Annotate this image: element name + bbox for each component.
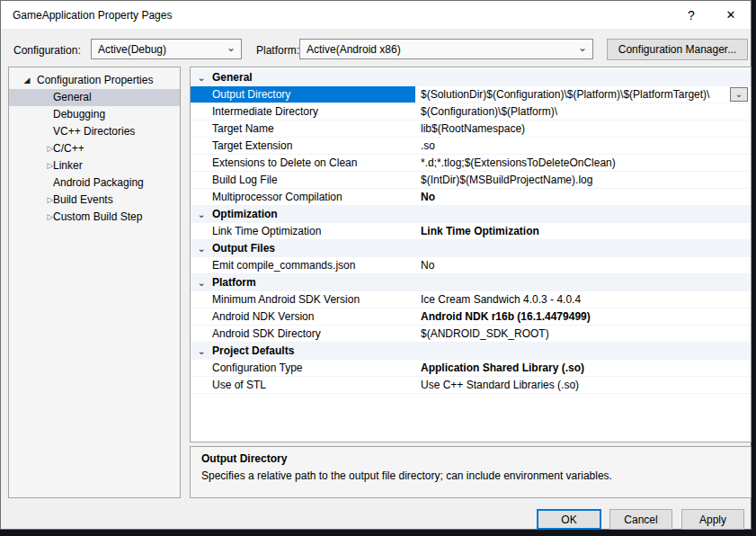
- expander-expanded-icon[interactable]: ◢: [22, 72, 32, 89]
- section-row-platform[interactable]: ⌄Platform: [191, 274, 751, 291]
- property-row-use-of-stl[interactable]: Use of STLUse C++ Standard Libraries (.s…: [191, 377, 751, 394]
- section-row-project-defaults[interactable]: ⌄Project Defaults: [191, 343, 751, 360]
- property-value[interactable]: Application Shared Library (.so): [415, 360, 751, 376]
- expander-collapsed-icon[interactable]: ▷: [45, 209, 56, 226]
- tree-item-label: Custom Build Step: [9, 209, 142, 226]
- close-button[interactable]: ✕: [711, 1, 751, 29]
- property-name[interactable]: Minimum Android SDK Version: [191, 291, 415, 308]
- property-value[interactable]: No: [415, 189, 751, 205]
- property-row-extensions-to-delete-on-clean[interactable]: Extensions to Delete on Clean*.d;*.tlog;…: [191, 155, 751, 172]
- tree-item-custom-build-step[interactable]: ▷Custom Build Step: [9, 209, 180, 226]
- property-row-configuration-type[interactable]: Configuration TypeApplication Shared Lib…: [191, 360, 751, 377]
- property-row-multiprocessor-compilation[interactable]: Multiprocessor CompilationNo: [191, 189, 751, 206]
- property-grid: ⌄GeneralOutput Directory$(SolutionDir)$(…: [190, 67, 752, 442]
- property-value[interactable]: $(SolutionDir)$(Configuration)\$(Platfor…: [415, 86, 751, 103]
- title-bar[interactable]: GameApplication Property Pages ? ✕: [1, 1, 751, 29]
- property-row-build-log-file[interactable]: Build Log File$(IntDir)$(MSBuildProjectN…: [191, 172, 751, 189]
- property-name[interactable]: Emit compile_commands.json: [191, 257, 415, 273]
- property-name[interactable]: Configuration Type: [191, 360, 415, 376]
- property-value[interactable]: *.d;*.tlog;$(ExtensionsToDeleteOnClean): [415, 155, 751, 171]
- configuration-select[interactable]: Active(Debug) ⌄: [91, 39, 242, 59]
- property-value[interactable]: Use C++ Standard Libraries (.so): [415, 377, 751, 393]
- tree-item-debugging[interactable]: Debugging: [9, 106, 180, 123]
- property-row-android-ndk-version[interactable]: Android NDK VersionAndroid NDK r16b (16.…: [191, 308, 751, 326]
- property-pages-dialog: GameApplication Property Pages ? ✕ Confi…: [0, 0, 752, 530]
- property-name[interactable]: Intermediate Directory: [191, 103, 415, 120]
- chevron-down-icon[interactable]: ⌄: [195, 240, 208, 256]
- property-name[interactable]: Output Directory: [191, 86, 415, 103]
- configuration-label: Configuration:: [13, 44, 81, 57]
- description-text: Specifies a relative path to the output …: [201, 469, 740, 482]
- tree-item-linker[interactable]: ▷Linker: [9, 157, 180, 174]
- property-value[interactable]: Android NDK r16b (16.1.4479499): [415, 308, 751, 325]
- property-name[interactable]: Android NDK Version: [191, 308, 415, 325]
- property-name[interactable]: Extensions to Delete on Clean: [191, 155, 415, 171]
- help-button[interactable]: ?: [672, 1, 711, 29]
- property-value[interactable]: $(ANDROID_SDK_ROOT): [415, 326, 751, 342]
- tree-item-label: Android Packaging: [9, 174, 144, 192]
- configuration-value: Active(Debug): [98, 43, 166, 56]
- chevron-down-icon[interactable]: ⌄: [195, 69, 208, 85]
- property-value[interactable]: Ice Cream Sandwich 4.0.3 - 4.0.4: [415, 291, 751, 308]
- expander-collapsed-icon[interactable]: ▷: [45, 192, 56, 209]
- property-name[interactable]: Build Log File: [191, 172, 415, 188]
- property-value[interactable]: No: [415, 257, 751, 273]
- property-row-minimum-android-sdk-version[interactable]: Minimum Android SDK VersionIce Cream San…: [191, 291, 751, 308]
- help-icon: ?: [688, 8, 695, 22]
- property-row-target-extension[interactable]: Target Extension.so: [191, 138, 751, 155]
- chevron-down-icon[interactable]: ⌄: [195, 274, 208, 290]
- property-name[interactable]: Android SDK Directory: [191, 326, 415, 342]
- property-value[interactable]: $(Configuration)\$(Platform)\: [415, 103, 751, 120]
- property-name[interactable]: Target Name: [191, 121, 415, 137]
- close-icon: ✕: [726, 8, 736, 22]
- chevron-down-icon: ⌄: [578, 41, 587, 54]
- platform-label: Platform:: [256, 44, 299, 57]
- tree-item-label: General: [9, 89, 92, 106]
- expander-collapsed-icon[interactable]: ▷: [45, 157, 56, 174]
- property-row-emit-compile-commands-json[interactable]: Emit compile_commands.jsonNo: [191, 257, 751, 274]
- property-row-android-sdk-directory[interactable]: Android SDK Directory$(ANDROID_SDK_ROOT): [191, 326, 751, 343]
- cancel-button[interactable]: Cancel: [609, 509, 672, 530]
- titlebar-buttons: ? ✕: [672, 1, 751, 29]
- description-panel: Output Directory Specifies a relative pa…: [190, 446, 752, 498]
- property-value[interactable]: lib$(RootNamespace): [415, 121, 751, 137]
- property-name[interactable]: Target Extension: [191, 138, 415, 154]
- property-row-output-directory[interactable]: Output Directory$(SolutionDir)$(Configur…: [191, 86, 751, 103]
- tree-item-label: VC++ Directories: [9, 123, 135, 140]
- chevron-down-icon: ⌄: [227, 41, 236, 54]
- tree-item-label: Debugging: [9, 106, 105, 123]
- expander-collapsed-icon[interactable]: ▷: [45, 140, 56, 157]
- property-row-intermediate-directory[interactable]: Intermediate Directory$(Configuration)\$…: [191, 103, 751, 121]
- description-title: Output Directory: [201, 452, 740, 465]
- section-row-output-files[interactable]: ⌄Output Files: [191, 240, 751, 257]
- platform-value: Active(Android x86): [307, 43, 401, 56]
- property-value[interactable]: $(IntDir)$(MSBuildProjectName).log: [415, 172, 751, 188]
- tree-item-label: Build Events: [9, 192, 113, 209]
- value-dropdown-button[interactable]: ⌄: [730, 87, 748, 102]
- property-value[interactable]: .so: [415, 138, 751, 154]
- tree-item-c-c[interactable]: ▷C/C++: [9, 140, 180, 157]
- tree-item-android-packaging[interactable]: Android Packaging: [9, 174, 180, 192]
- config-tree: ◢Configuration PropertiesGeneralDebuggin…: [8, 67, 181, 498]
- property-name[interactable]: Use of STL: [191, 377, 415, 393]
- property-row-target-name[interactable]: Target Namelib$(RootNamespace): [191, 121, 751, 138]
- property-name[interactable]: Link Time Optimization: [191, 223, 415, 239]
- chevron-down-icon[interactable]: ⌄: [195, 206, 208, 222]
- tree-item-vc-directories[interactable]: VC++ Directories: [9, 123, 180, 140]
- property-value[interactable]: Link Time Optimization: [415, 223, 751, 239]
- platform-select[interactable]: Active(Android x86) ⌄: [299, 39, 593, 59]
- section-row-optimization[interactable]: ⌄Optimization: [191, 206, 751, 223]
- property-row-link-time-optimization[interactable]: Link Time OptimizationLink Time Optimiza…: [191, 223, 751, 240]
- ok-button[interactable]: OK: [537, 509, 601, 530]
- tree-item-configuration-properties[interactable]: ◢Configuration Properties: [9, 72, 180, 89]
- window-title: GameApplication Property Pages: [13, 9, 172, 22]
- section-row-general[interactable]: ⌄General: [191, 69, 751, 86]
- configuration-manager-button[interactable]: Configuration Manager...: [607, 39, 748, 60]
- chevron-down-icon[interactable]: ⌄: [195, 343, 208, 359]
- apply-button[interactable]: Apply: [681, 509, 744, 530]
- tree-item-general[interactable]: General: [9, 89, 180, 106]
- tree-item-build-events[interactable]: ▷Build Events: [9, 192, 180, 209]
- property-name[interactable]: Multiprocessor Compilation: [191, 189, 415, 205]
